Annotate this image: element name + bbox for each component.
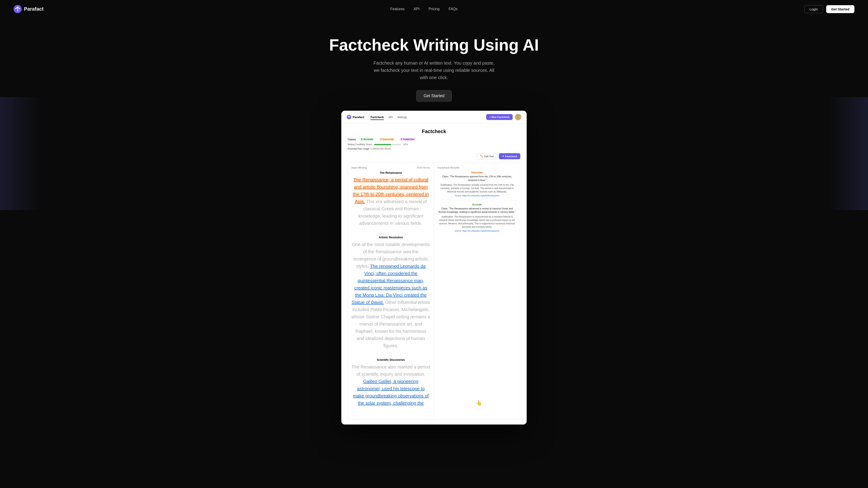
credibility-percentage: 63% bbox=[403, 143, 408, 146]
factcheck-icon: ✦ bbox=[502, 155, 504, 158]
subjective-label: Subjective bbox=[403, 138, 414, 140]
app-nav-settings[interactable]: Settings bbox=[397, 116, 407, 119]
claims-row: Claims 5 Accurate 3 Inaccurate 0 Subject… bbox=[348, 138, 520, 141]
accurate-count: 5 bbox=[361, 138, 363, 140]
factcheck-results-col: Factcheck Results Inaccurate Claim: "The… bbox=[434, 163, 520, 419]
nav-link-api[interactable]: API bbox=[414, 7, 420, 11]
section3-title: Scientific Discoveries bbox=[351, 358, 430, 361]
action-buttons-row: ✏️ Edit Text ✦ Factcheck bbox=[348, 153, 520, 159]
section3-normal: The Renaissance also marked a period of … bbox=[351, 364, 430, 377]
plan-usage: 1,366/30,000 Words bbox=[370, 148, 391, 150]
hero-section: Factcheck Writing Using AI Factcheck any… bbox=[0, 18, 868, 438]
app-nav-links: Factcheck API Settings bbox=[370, 115, 407, 119]
inaccurate-label: Inaccurate bbox=[382, 138, 394, 140]
side-fade-left bbox=[0, 97, 41, 210]
result-1-source: Source: https://en.wikipedia.org/wiki/Re… bbox=[438, 195, 517, 197]
section1-text: The Renaissance, a period of cultural an… bbox=[351, 176, 430, 227]
inaccurate-count: 3 bbox=[380, 138, 381, 140]
nav-actions: Login Get Started bbox=[804, 5, 855, 13]
two-column-area: Input Writing 0/500 Words The Renaissanc… bbox=[348, 162, 520, 420]
nav-link-faqs[interactable]: FAQs bbox=[449, 7, 458, 11]
credibility-label: Writing Credibility Score bbox=[348, 143, 372, 146]
accurate-highlight-1: The renowned Leonardo da Vinci, often co… bbox=[352, 264, 428, 305]
nav-link-features[interactable]: Features bbox=[391, 7, 405, 11]
result-card-2: Accurate Claim: "The Renaissance witness… bbox=[438, 203, 517, 235]
section3-text: The Renaissance also marked a period of … bbox=[351, 363, 430, 407]
section1-text2: This era witnessed a revival of classica… bbox=[358, 199, 427, 226]
nav-link-pricing[interactable]: Pricing bbox=[429, 7, 440, 11]
app-logo-icon bbox=[347, 115, 351, 119]
hero-get-started-button[interactable]: Get Started bbox=[416, 90, 452, 102]
input-col-header: Input Writing 0/500 Words bbox=[351, 166, 430, 169]
credibility-row: Writing Credibility Score 63% bbox=[348, 143, 520, 146]
result-card-1: Inaccurate Claim: "The Renaissance spann… bbox=[438, 171, 517, 200]
accurate-label: Accurate bbox=[364, 138, 373, 140]
app-nav: Parafact Factcheck API Settings + New Fa… bbox=[341, 111, 527, 124]
login-button[interactable]: Login bbox=[804, 5, 823, 13]
plan-row: Essential Plan Usage 1,366/30,000 Words bbox=[348, 148, 520, 150]
subjective-count: 0 bbox=[401, 138, 402, 140]
nav-logo: Parafact bbox=[13, 5, 43, 13]
results-col-header: Factcheck Results bbox=[438, 166, 517, 169]
hero-title: Factcheck Writing Using AI bbox=[4, 36, 864, 54]
nav-get-started-button[interactable]: Get Started bbox=[826, 5, 855, 13]
app-avatar bbox=[515, 114, 521, 120]
nav-links: Features API Pricing FAQs bbox=[391, 7, 458, 11]
section2-text: One of the most notable developments of … bbox=[351, 241, 430, 349]
result-2-claim: Claim: "The Renaissance witnessed a revi… bbox=[438, 207, 517, 214]
section1-title: The Renaissance bbox=[351, 171, 430, 174]
hero-subtitle: Factcheck any human or AI written text. … bbox=[371, 59, 497, 81]
edit-text-button[interactable]: ✏️ Edit Text bbox=[477, 153, 497, 159]
result-2-justification: Justification: The Renaissance is charac… bbox=[438, 215, 517, 229]
section2-text2: Other influential artists included Pablo… bbox=[351, 300, 430, 348]
app-logo-text: Parafact bbox=[352, 116, 364, 119]
plan-label: Essential Plan Usage bbox=[348, 148, 369, 150]
pencil-icon: ✏️ bbox=[480, 155, 483, 158]
app-nav-api[interactable]: API bbox=[388, 116, 393, 119]
app-nav-right: + New Factcheck bbox=[486, 114, 521, 120]
app-nav-left: Parafact Factcheck API Settings bbox=[347, 115, 407, 119]
factcheck-button[interactable]: ✦ Factcheck bbox=[499, 153, 520, 159]
section3-highlight: Galileo Galilei, a pioneering astronomer… bbox=[353, 379, 429, 405]
result-1-status: Inaccurate bbox=[438, 171, 517, 174]
parafact-logo-icon bbox=[13, 5, 22, 13]
badge-accurate: 5 Accurate bbox=[360, 138, 375, 141]
section2-title: Artistic Revolution bbox=[351, 236, 430, 239]
side-fade-right bbox=[827, 97, 868, 210]
app-logo: Parafact bbox=[347, 115, 364, 119]
badge-inaccurate: 3 Inaccurate bbox=[378, 138, 396, 141]
app-page-title: Factcheck bbox=[348, 129, 520, 134]
app-screenshot: Parafact Factcheck API Settings + New Fa… bbox=[341, 111, 527, 424]
badge-subjective: 0 Subjective bbox=[399, 138, 416, 141]
credibility-progress-fill bbox=[374, 144, 391, 145]
claims-label: Claims bbox=[348, 138, 356, 141]
app-nav-factcheck[interactable]: Factcheck bbox=[370, 116, 384, 120]
result-2-source: Source: https://en.wikipedia.org/wiki/Re… bbox=[438, 230, 517, 232]
app-content: Factcheck Claims 5 Accurate 3 Inaccurate… bbox=[341, 124, 527, 424]
input-writing-col: Input Writing 0/500 Words The Renaissanc… bbox=[348, 163, 434, 419]
new-factcheck-button[interactable]: + New Factcheck bbox=[486, 114, 513, 120]
result-1-justification: Justification: The Renaissance actually … bbox=[438, 183, 517, 193]
result-1-claim: Claim: "The Renaissance spanned from the… bbox=[438, 175, 517, 182]
credibility-progress-bg bbox=[374, 144, 401, 145]
result-2-status: Accurate bbox=[438, 203, 517, 206]
nav-brand-text: Parafact bbox=[24, 6, 43, 12]
word-count: 0/500 Words bbox=[417, 166, 430, 169]
main-nav: Parafact Features API Pricing FAQs Login… bbox=[0, 0, 868, 18]
